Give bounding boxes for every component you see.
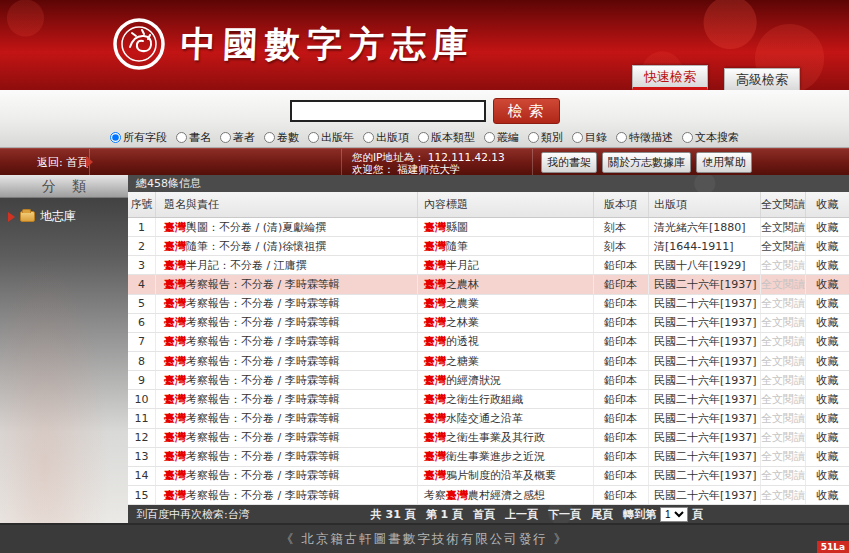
title-link[interactable]: 臺灣考察報告：不分卷 / 李時霖等輯 <box>156 409 418 427</box>
content-title-link[interactable]: 臺灣之衛生行政組織 <box>418 390 594 408</box>
favorite-link[interactable]: 收藏 <box>817 258 839 273</box>
title-link[interactable]: 臺灣考察報告：不分卷 / 李時霖等輯 <box>156 352 418 370</box>
my-bookshelf-button[interactable]: 我的書架 <box>541 152 597 173</box>
field-option[interactable]: 版本類型 <box>418 130 475 145</box>
table-row: 3 臺灣半月記：不分卷 / 江庸撰 臺灣半月記 鉛印本 民國十八年[1929] … <box>128 256 849 275</box>
favorite-link[interactable]: 收藏 <box>817 220 839 235</box>
back-home-link[interactable]: 返回: 首頁 <box>0 149 90 175</box>
title-link[interactable]: 臺灣考察報告：不分卷 / 李時霖等輯 <box>156 486 418 504</box>
favorite-link[interactable]: 收藏 <box>817 392 839 407</box>
search-input[interactable] <box>290 100 486 122</box>
favorite-link[interactable]: 收藏 <box>817 334 839 349</box>
content-title-link[interactable]: 臺灣之衛生事業及其行政 <box>418 429 594 447</box>
content-title-link[interactable]: 臺灣的經濟狀況 <box>418 371 594 389</box>
title-rest: 考察報告：不分卷 / 李時霖等輯 <box>186 411 340 426</box>
field-option[interactable]: 叢編 <box>484 130 519 145</box>
field-label: 著者 <box>233 130 255 145</box>
field-option[interactable]: 出版項 <box>363 130 409 145</box>
content-title-link[interactable]: 臺灣鴉片制度的沿革及概要 <box>418 467 594 485</box>
title-link[interactable]: 臺灣考察報告：不分卷 / 李時霖等輯 <box>156 448 418 466</box>
welcome-line: 欢迎您： 福建师范大学 <box>352 163 522 175</box>
field-radio[interactable] <box>682 132 693 143</box>
title-link[interactable]: 臺灣考察報告：不分卷 / 李時霖等輯 <box>156 390 418 408</box>
content-rest: 農村經濟之感想 <box>468 488 545 503</box>
content-title-link[interactable]: 臺灣之農業 <box>418 295 594 313</box>
field-radio[interactable] <box>220 132 231 143</box>
title-keyword: 臺灣 <box>164 430 186 445</box>
field-radio[interactable] <box>484 132 495 143</box>
content-title-link[interactable]: 臺灣水陸交通之沿革 <box>418 409 594 427</box>
content-title-link[interactable]: 臺灣隨筆 <box>418 237 594 255</box>
title-link[interactable]: 臺灣半月記：不分卷 / 江庸撰 <box>156 256 418 274</box>
research-keyword-link[interactable]: 台湾 <box>228 508 250 521</box>
field-option[interactable]: 卷數 <box>264 130 299 145</box>
tab-advanced-search[interactable]: 高級檢索 <box>724 68 800 90</box>
content-title-link[interactable]: 考察臺灣農村經濟之感想 <box>418 486 594 504</box>
content-title-link[interactable]: 臺灣之林業 <box>418 314 594 332</box>
content-title-link[interactable]: 臺灣的透視 <box>418 333 594 351</box>
content-title-link[interactable]: 臺灣縣圖 <box>418 218 594 236</box>
fulltext-link[interactable]: 全文閱讀 <box>761 239 805 254</box>
field-option[interactable]: 類別 <box>528 130 563 145</box>
expand-arrow-icon[interactable] <box>8 212 15 222</box>
edition-value: 鉛印本 <box>594 409 649 427</box>
title-link[interactable]: 臺灣考察報告：不分卷 / 李時霖等輯 <box>156 371 418 389</box>
field-option[interactable]: 出版年 <box>308 130 354 145</box>
title-rest: 輿圖：不分卷 / (清)夏獻綸撰 <box>186 220 326 235</box>
field-option[interactable]: 特徵描述 <box>616 130 673 145</box>
favorite-link[interactable]: 收藏 <box>817 449 839 464</box>
title-link[interactable]: 臺灣考察報告：不分卷 / 李時霖等輯 <box>156 295 418 313</box>
favorite-link[interactable]: 收藏 <box>817 315 839 330</box>
content-pre: 考察 <box>424 488 446 503</box>
help-button[interactable]: 使用幫助 <box>696 152 752 173</box>
last-page-link[interactable]: 尾頁 <box>591 507 613 522</box>
field-radio[interactable] <box>616 132 627 143</box>
title-link[interactable]: 臺灣考察報告：不分卷 / 李時霖等輯 <box>156 275 418 293</box>
field-radio[interactable] <box>528 132 539 143</box>
title-link[interactable]: 臺灣考察報告：不分卷 / 李時霖等輯 <box>156 314 418 332</box>
tab-quick-search[interactable]: 快速檢索 <box>632 65 708 90</box>
field-radio[interactable] <box>363 132 374 143</box>
prev-page-link[interactable]: 上一頁 <box>505 507 538 522</box>
field-option[interactable]: 目錄 <box>572 130 607 145</box>
favorite-link[interactable]: 收藏 <box>817 354 839 369</box>
favorite-link[interactable]: 收藏 <box>817 277 839 292</box>
goto-page-select[interactable]: 1 <box>660 507 688 522</box>
favorite-link[interactable]: 收藏 <box>817 411 839 426</box>
content-title-link[interactable]: 臺灣衛生事業進步之近況 <box>418 448 594 466</box>
title-link[interactable]: 臺灣考察報告：不分卷 / 李時霖等輯 <box>156 429 418 447</box>
field-radio[interactable] <box>572 132 583 143</box>
fulltext-link[interactable]: 全文閱讀 <box>761 220 805 235</box>
content-title-link[interactable]: 臺灣半月記 <box>418 256 594 274</box>
sidebar-item-dizhi-ku[interactable]: 地志庫 <box>0 198 128 225</box>
field-option[interactable]: 著者 <box>220 130 255 145</box>
edition-value: 鉛印本 <box>594 467 649 485</box>
title-link[interactable]: 臺灣隨筆：不分卷 / (清)徐懷祖撰 <box>156 237 418 255</box>
content-title-link[interactable]: 臺灣之糖業 <box>418 352 594 370</box>
content-title-link[interactable]: 臺灣之農林 <box>418 275 594 293</box>
first-page-link[interactable]: 首頁 <box>473 507 495 522</box>
field-radio[interactable] <box>418 132 429 143</box>
favorite-link[interactable]: 收藏 <box>817 468 839 483</box>
field-option[interactable]: 文本搜索 <box>682 130 739 145</box>
search-button[interactable]: 檢索 <box>493 98 560 124</box>
about-database-button[interactable]: 關於方志數據庫 <box>602 152 691 173</box>
favorite-link[interactable]: 收藏 <box>817 239 839 254</box>
field-radio[interactable] <box>110 132 121 143</box>
stats-badge[interactable]: 51La <box>817 541 849 553</box>
sidebar-body: 地志庫 <box>0 198 128 523</box>
favorite-link[interactable]: 收藏 <box>817 488 839 503</box>
field-option[interactable]: 所有字段 <box>110 130 167 145</box>
publication-value: 民國二十六年[1937] <box>649 467 761 485</box>
next-page-link[interactable]: 下一頁 <box>548 507 581 522</box>
favorite-link[interactable]: 收藏 <box>817 430 839 445</box>
field-radio[interactable] <box>264 132 275 143</box>
title-link[interactable]: 臺灣輿圖：不分卷 / (清)夏獻綸撰 <box>156 218 418 236</box>
favorite-link[interactable]: 收藏 <box>817 373 839 388</box>
field-radio[interactable] <box>308 132 319 143</box>
title-link[interactable]: 臺灣考察報告：不分卷 / 李時霖等輯 <box>156 467 418 485</box>
field-radio[interactable] <box>176 132 187 143</box>
field-option[interactable]: 書名 <box>176 130 211 145</box>
title-link[interactable]: 臺灣考察報告：不分卷 / 李時霖等輯 <box>156 333 418 351</box>
favorite-link[interactable]: 收藏 <box>817 296 839 311</box>
